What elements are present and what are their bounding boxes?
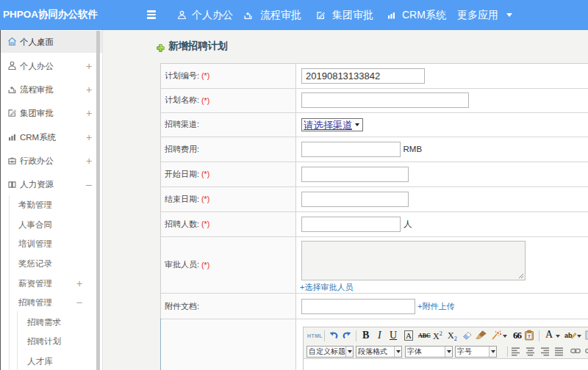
- svg-text:T: T: [528, 333, 531, 338]
